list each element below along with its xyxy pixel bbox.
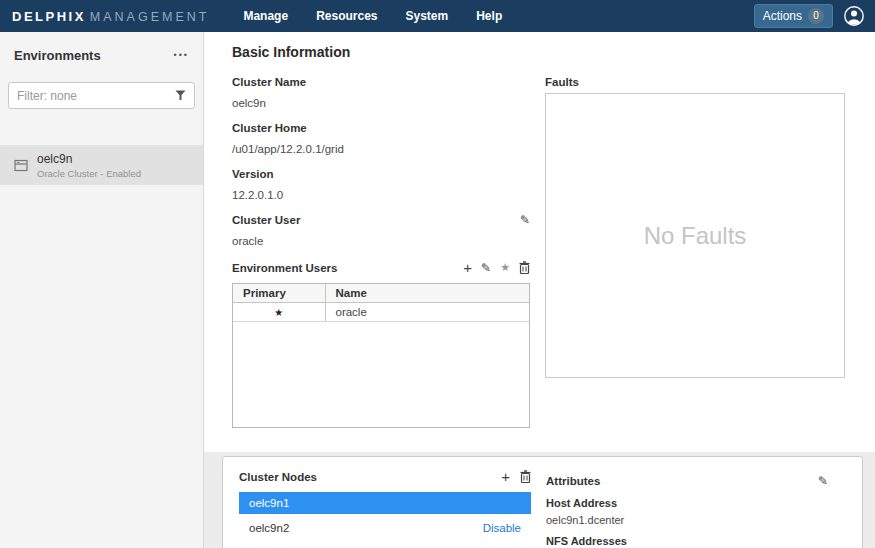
filter-input-wrapper [8,82,195,109]
main-content: Basic Information Cluster Name oelc9n Cl… [204,32,875,548]
sidebar-header: Environments ••• [0,32,203,78]
environment-users-title: Environment Users [232,262,337,274]
environment-item-text: oelc9n Oracle Cluster - Enabled [37,152,141,179]
nfs-addresses-label: NFS Addresses [546,535,828,547]
logo-brand: DELPHIX [12,9,86,24]
top-navigation-bar: DELPHIX MANAGEMENT Manage Resources Syst… [0,0,875,32]
sidebar-title: Environments [14,48,101,63]
user-name-cell: oracle [325,303,529,322]
environment-cluster-icon [14,159,28,172]
main-menu: Manage Resources System Help [243,9,502,23]
delete-user-trash-icon[interactable] [519,261,530,274]
node-row-oelc9n1[interactable]: oelc9n1 [239,492,531,514]
cluster-name-label: Cluster Name [232,76,530,88]
primary-star-cell: ★ [233,303,325,322]
add-node-icon[interactable]: + [501,469,510,484]
delete-node-trash-icon[interactable] [520,470,531,483]
add-user-icon[interactable]: + [463,260,472,275]
cluster-nodes-toolbar: + [501,469,531,484]
filter-funnel-icon[interactable] [175,90,186,101]
actions-button[interactable]: Actions 0 [754,4,833,28]
environment-name: oelc9n [37,152,141,166]
cluster-home-value: /u01/app/12.2.0.1/grid [232,143,530,155]
node-name: oelc9n2 [249,522,289,534]
environment-subtitle: Oracle Cluster - Enabled [37,168,141,179]
column-header-name: Name [325,284,529,303]
attributes-title: Attributes [546,475,600,487]
table-row[interactable]: ★ oracle [233,303,529,322]
sidebar-item-oelc9n[interactable]: oelc9n Oracle Cluster - Enabled [0,145,203,185]
edit-cluster-user-icon[interactable]: ✎ [520,214,530,226]
node-name: oelc9n1 [249,497,289,509]
menu-item-manage[interactable]: Manage [243,9,288,23]
user-profile-icon[interactable] [843,5,865,27]
host-address-label: Host Address [546,497,828,509]
actions-label: Actions [763,9,802,23]
cluster-nodes-title: Cluster Nodes [239,471,317,483]
filter-input[interactable] [17,89,175,103]
version-value: 12.2.0.1.0 [232,189,530,201]
cluster-name-value: oelc9n [232,97,530,109]
node-row-oelc9n2[interactable]: oelc9n2 Disable [239,517,531,539]
menu-item-resources[interactable]: Resources [316,9,377,23]
environments-sidebar: Environments ••• oelc9n Oracle Cluster -… [0,32,204,548]
basic-info-section: Cluster Name oelc9n Cluster Home /u01/ap… [232,76,530,428]
actions-count-badge: 0 [808,8,824,24]
delphix-logo: DELPHIX MANAGEMENT [12,9,209,24]
column-header-primary: Primary [233,284,325,303]
set-primary-star-icon[interactable]: ★ [500,262,510,273]
cluster-user-label: Cluster User [232,214,300,226]
topbar-right: Actions 0 [754,4,865,28]
faults-panel: No Faults [545,93,845,378]
cluster-home-label: Cluster Home [232,122,530,134]
no-faults-text: No Faults [644,222,747,250]
cluster-user-value: oracle [232,235,530,247]
disable-node-link[interactable]: Disable [483,522,521,534]
cluster-nodes-card: Cluster Nodes + [222,456,863,548]
faults-title: Faults [545,76,579,88]
environment-users-table: Primary Name ★ oracle [232,283,530,428]
bottom-section: Cluster Nodes + [204,452,875,548]
environment-users-toolbar: + ✎ ★ [463,260,530,275]
logo-suffix: MANAGEMENT [90,10,210,24]
menu-item-help[interactable]: Help [476,9,502,23]
edit-attributes-icon[interactable]: ✎ [818,475,828,487]
edit-user-icon[interactable]: ✎ [481,262,491,274]
environment-users-section: Environment Users + ✎ ★ [232,260,530,428]
attributes-section: Attributes ✎ Host Address oelc9n1.dcente… [546,475,828,548]
page-title: Basic Information [232,44,350,60]
version-label: Version [232,168,530,180]
host-address-value: oelc9n1.dcenter [546,514,828,526]
menu-item-system[interactable]: System [406,9,449,23]
sidebar-menu-icon[interactable]: ••• [174,50,189,60]
